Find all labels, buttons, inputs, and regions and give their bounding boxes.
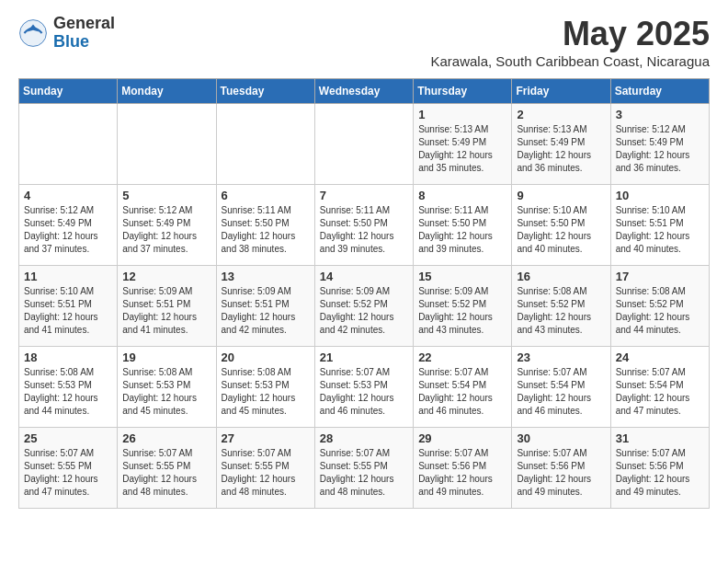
day-number: 10 xyxy=(616,189,704,202)
col-header-wednesday: Wednesday xyxy=(314,79,413,104)
day-info: Sunrise: 5:07 AM Sunset: 5:53 PM Dayligh… xyxy=(320,366,408,418)
calendar-cell: 15Sunrise: 5:09 AM Sunset: 5:52 PM Dayli… xyxy=(414,266,512,347)
col-header-monday: Monday xyxy=(118,79,216,104)
calendar-cell: 22Sunrise: 5:07 AM Sunset: 5:54 PM Dayli… xyxy=(414,347,512,428)
calendar-cell: 1Sunrise: 5:13 AM Sunset: 5:49 PM Daylig… xyxy=(414,104,512,185)
day-number: 17 xyxy=(616,270,704,283)
logo-icon xyxy=(18,18,48,48)
day-number: 14 xyxy=(320,270,408,283)
day-info: Sunrise: 5:07 AM Sunset: 5:55 PM Dayligh… xyxy=(320,447,408,499)
location-subtitle: Karawala, South Caribbean Coast, Nicarag… xyxy=(430,53,710,69)
day-number: 25 xyxy=(24,431,112,445)
day-info: Sunrise: 5:07 AM Sunset: 5:54 PM Dayligh… xyxy=(517,366,605,418)
day-info: Sunrise: 5:13 AM Sunset: 5:49 PM Dayligh… xyxy=(517,123,605,175)
col-header-saturday: Saturday xyxy=(610,79,709,104)
calendar-cell: 16Sunrise: 5:08 AM Sunset: 5:52 PM Dayli… xyxy=(512,266,610,347)
calendar-cell: 31Sunrise: 5:07 AM Sunset: 5:56 PM Dayli… xyxy=(610,428,709,509)
day-info: Sunrise: 5:12 AM Sunset: 5:49 PM Dayligh… xyxy=(616,123,704,175)
day-number: 6 xyxy=(222,189,310,202)
day-info: Sunrise: 5:07 AM Sunset: 5:56 PM Dayligh… xyxy=(418,447,506,499)
day-number: 20 xyxy=(222,350,310,364)
calendar-week-2: 4Sunrise: 5:12 AM Sunset: 5:49 PM Daylig… xyxy=(19,185,710,266)
day-info: Sunrise: 5:08 AM Sunset: 5:52 PM Dayligh… xyxy=(616,285,704,337)
day-info: Sunrise: 5:11 AM Sunset: 5:50 PM Dayligh… xyxy=(222,204,310,256)
day-info: Sunrise: 5:09 AM Sunset: 5:52 PM Dayligh… xyxy=(418,285,506,337)
calendar-cell: 8Sunrise: 5:11 AM Sunset: 5:50 PM Daylig… xyxy=(414,185,512,266)
month-title: May 2025 xyxy=(430,15,710,53)
day-number: 24 xyxy=(616,350,704,364)
day-info: Sunrise: 5:07 AM Sunset: 5:55 PM Dayligh… xyxy=(122,447,210,499)
calendar-cell: 29Sunrise: 5:07 AM Sunset: 5:56 PM Dayli… xyxy=(414,428,512,509)
logo-general: General xyxy=(53,15,115,33)
col-header-sunday: Sunday xyxy=(19,79,118,104)
day-number: 29 xyxy=(418,431,506,445)
day-number: 13 xyxy=(222,270,310,283)
day-info: Sunrise: 5:12 AM Sunset: 5:49 PM Dayligh… xyxy=(122,204,210,256)
title-block: May 2025 Karawala, South Caribbean Coast… xyxy=(430,15,710,69)
page-header: General Blue May 2025 Karawala, South Ca… xyxy=(18,15,710,69)
day-number: 26 xyxy=(122,431,210,445)
calendar-week-3: 11Sunrise: 5:10 AM Sunset: 5:51 PM Dayli… xyxy=(19,266,710,347)
day-number: 18 xyxy=(24,350,112,364)
calendar-cell: 24Sunrise: 5:07 AM Sunset: 5:54 PM Dayli… xyxy=(610,347,709,428)
calendar-cell: 12Sunrise: 5:09 AM Sunset: 5:51 PM Dayli… xyxy=(118,266,216,347)
calendar-cell: 21Sunrise: 5:07 AM Sunset: 5:53 PM Dayli… xyxy=(314,347,413,428)
calendar-cell xyxy=(314,104,413,185)
day-number: 1 xyxy=(418,108,506,121)
day-info: Sunrise: 5:07 AM Sunset: 5:55 PM Dayligh… xyxy=(24,447,112,499)
calendar-cell: 10Sunrise: 5:10 AM Sunset: 5:51 PM Dayli… xyxy=(610,185,709,266)
calendar-cell: 27Sunrise: 5:07 AM Sunset: 5:55 PM Dayli… xyxy=(216,428,314,509)
day-info: Sunrise: 5:07 AM Sunset: 5:56 PM Dayligh… xyxy=(616,447,704,499)
calendar-cell xyxy=(118,104,216,185)
day-number: 23 xyxy=(517,350,605,364)
logo-text: General Blue xyxy=(53,15,115,52)
day-number: 5 xyxy=(122,189,210,202)
calendar-cell: 2Sunrise: 5:13 AM Sunset: 5:49 PM Daylig… xyxy=(512,104,610,185)
day-info: Sunrise: 5:11 AM Sunset: 5:50 PM Dayligh… xyxy=(320,204,408,256)
calendar-table: SundayMondayTuesdayWednesdayThursdayFrid… xyxy=(18,78,710,509)
day-number: 21 xyxy=(320,350,408,364)
day-number: 19 xyxy=(122,350,210,364)
calendar-cell: 30Sunrise: 5:07 AM Sunset: 5:56 PM Dayli… xyxy=(512,428,610,509)
calendar-cell: 19Sunrise: 5:08 AM Sunset: 5:53 PM Dayli… xyxy=(118,347,216,428)
calendar-cell: 4Sunrise: 5:12 AM Sunset: 5:49 PM Daylig… xyxy=(19,185,118,266)
calendar-cell: 11Sunrise: 5:10 AM Sunset: 5:51 PM Dayli… xyxy=(19,266,118,347)
calendar-cell: 17Sunrise: 5:08 AM Sunset: 5:52 PM Dayli… xyxy=(610,266,709,347)
day-info: Sunrise: 5:10 AM Sunset: 5:50 PM Dayligh… xyxy=(517,204,605,256)
day-number: 11 xyxy=(24,270,112,283)
day-number: 22 xyxy=(418,350,506,364)
calendar-week-4: 18Sunrise: 5:08 AM Sunset: 5:53 PM Dayli… xyxy=(19,347,710,428)
calendar-cell: 20Sunrise: 5:08 AM Sunset: 5:53 PM Dayli… xyxy=(216,347,314,428)
col-header-thursday: Thursday xyxy=(414,79,512,104)
day-info: Sunrise: 5:08 AM Sunset: 5:52 PM Dayligh… xyxy=(517,285,605,337)
day-info: Sunrise: 5:09 AM Sunset: 5:51 PM Dayligh… xyxy=(122,285,210,337)
calendar-week-5: 25Sunrise: 5:07 AM Sunset: 5:55 PM Dayli… xyxy=(19,428,710,509)
day-number: 4 xyxy=(24,189,112,202)
calendar-cell: 7Sunrise: 5:11 AM Sunset: 5:50 PM Daylig… xyxy=(314,185,413,266)
svg-point-0 xyxy=(20,19,47,46)
day-info: Sunrise: 5:11 AM Sunset: 5:50 PM Dayligh… xyxy=(418,204,506,256)
day-number: 2 xyxy=(517,108,605,121)
logo-blue: Blue xyxy=(53,33,115,52)
calendar-cell xyxy=(216,104,314,185)
calendar-cell xyxy=(19,104,118,185)
calendar-cell: 25Sunrise: 5:07 AM Sunset: 5:55 PM Dayli… xyxy=(19,428,118,509)
calendar-cell: 28Sunrise: 5:07 AM Sunset: 5:55 PM Dayli… xyxy=(314,428,413,509)
calendar-cell: 18Sunrise: 5:08 AM Sunset: 5:53 PM Dayli… xyxy=(19,347,118,428)
day-number: 30 xyxy=(517,431,605,445)
calendar-week-1: 1Sunrise: 5:13 AM Sunset: 5:49 PM Daylig… xyxy=(19,104,710,185)
calendar-cell: 26Sunrise: 5:07 AM Sunset: 5:55 PM Dayli… xyxy=(118,428,216,509)
day-info: Sunrise: 5:07 AM Sunset: 5:54 PM Dayligh… xyxy=(418,366,506,418)
day-info: Sunrise: 5:10 AM Sunset: 5:51 PM Dayligh… xyxy=(24,285,112,337)
calendar-cell: 14Sunrise: 5:09 AM Sunset: 5:52 PM Dayli… xyxy=(314,266,413,347)
day-number: 15 xyxy=(418,270,506,283)
day-number: 16 xyxy=(517,270,605,283)
day-number: 12 xyxy=(122,270,210,283)
day-number: 27 xyxy=(222,431,310,445)
day-info: Sunrise: 5:09 AM Sunset: 5:51 PM Dayligh… xyxy=(222,285,310,337)
day-info: Sunrise: 5:08 AM Sunset: 5:53 PM Dayligh… xyxy=(24,366,112,418)
calendar-cell: 3Sunrise: 5:12 AM Sunset: 5:49 PM Daylig… xyxy=(610,104,709,185)
calendar-cell: 6Sunrise: 5:11 AM Sunset: 5:50 PM Daylig… xyxy=(216,185,314,266)
day-number: 7 xyxy=(320,189,408,202)
day-info: Sunrise: 5:07 AM Sunset: 5:56 PM Dayligh… xyxy=(517,447,605,499)
